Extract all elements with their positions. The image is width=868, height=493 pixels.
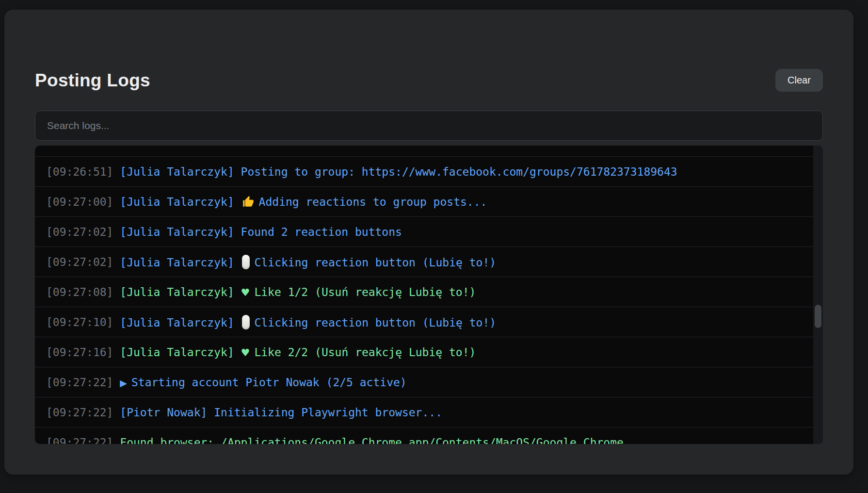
log-timestamp: [09:27:08] bbox=[46, 286, 113, 298]
log-message: [Julia Talarczyk] ♥Like 2/2 (Usuń reakcj… bbox=[113, 346, 476, 359]
log-timestamp: [09:26:51] bbox=[46, 165, 113, 178]
scrollbar-track[interactable] bbox=[813, 146, 823, 444]
clear-button[interactable]: Clear bbox=[775, 69, 823, 92]
search-input[interactable] bbox=[35, 111, 823, 141]
scrollbar-thumb[interactable] bbox=[815, 305, 821, 328]
log-message: ▶Starting account Piotr Nowak (2/5 activ… bbox=[113, 376, 406, 389]
log-row: [09:27:02] [Julia Talarczyk] Clicking re… bbox=[35, 247, 813, 277]
log-row: [09:27:22] ▶Starting account Piotr Nowak… bbox=[35, 367, 813, 397]
log-message: [Julia Talarczyk] Clicking reaction butt… bbox=[113, 315, 496, 329]
log-row: [09:27:08] [Julia Talarczyk] ♥Like 1/2 (… bbox=[35, 277, 813, 307]
log-message: [Julia Talarczyk] Posting to group: http… bbox=[113, 165, 677, 178]
log-row: [09:27:22] Found browser: /Applications/… bbox=[35, 427, 813, 444]
play-icon: ▶ bbox=[120, 378, 127, 388]
mouse-icon bbox=[242, 255, 250, 269]
log-message: [Julia Talarczyk] Adding reactions to gr… bbox=[113, 196, 487, 208]
log-timestamp: [09:27:10] bbox=[46, 316, 113, 329]
mouse-icon bbox=[242, 315, 250, 329]
log-message: [Piotr Nowak] Initializing Playwright br… bbox=[113, 406, 442, 419]
log-timestamp: [09:27:22] bbox=[46, 406, 113, 419]
log-row: [09:27:00] [Julia Talarczyk] Adding reac… bbox=[35, 187, 813, 217]
log-message: [Julia Talarczyk] Found 2 reaction butto… bbox=[113, 226, 402, 238]
log-row: [09:27:10] [Julia Talarczyk] Clicking re… bbox=[35, 307, 813, 337]
heart-icon: ♥ bbox=[241, 347, 250, 359]
log-row: [09:26:51] [Julia Talarczyk] Posting to … bbox=[35, 157, 813, 187]
log-message: [Julia Talarczyk] ♥Like 1/2 (Usuń reakcj… bbox=[113, 286, 476, 298]
log-row-partial bbox=[35, 146, 813, 157]
log-row: [09:27:16] [Julia Talarczyk] ♥Like 2/2 (… bbox=[35, 337, 813, 367]
log-row: [09:27:22] [Piotr Nowak] Initializing Pl… bbox=[35, 397, 813, 427]
page-title: Posting Logs bbox=[35, 70, 150, 91]
log-message: Found browser: /Applications/Google Chro… bbox=[113, 436, 623, 444]
heart-icon: ♥ bbox=[241, 287, 250, 298]
header: Posting Logs Clear bbox=[35, 10, 823, 92]
log-row: [09:27:02] [Julia Talarczyk] Found 2 rea… bbox=[35, 217, 813, 247]
log-timestamp: [09:27:16] bbox=[46, 346, 113, 359]
log-timestamp: [09:27:00] bbox=[46, 196, 113, 208]
posting-logs-card: Posting Logs Clear [09:26:51] [Julia Tal… bbox=[4, 10, 853, 475]
log-message: [Julia Talarczyk] Clicking reaction butt… bbox=[113, 255, 496, 269]
log-timestamp: [09:27:02] bbox=[46, 226, 113, 238]
log-rows: [09:26:51] [Julia Talarczyk] Posting to … bbox=[35, 146, 813, 444]
thumbs-up-icon bbox=[241, 196, 259, 208]
log-timestamp: [09:27:02] bbox=[46, 256, 113, 268]
log-panel[interactable]: [09:26:51] [Julia Talarczyk] Posting to … bbox=[35, 146, 823, 444]
log-timestamp: [09:27:22] bbox=[46, 436, 113, 444]
log-timestamp: [09:27:22] bbox=[46, 376, 113, 389]
